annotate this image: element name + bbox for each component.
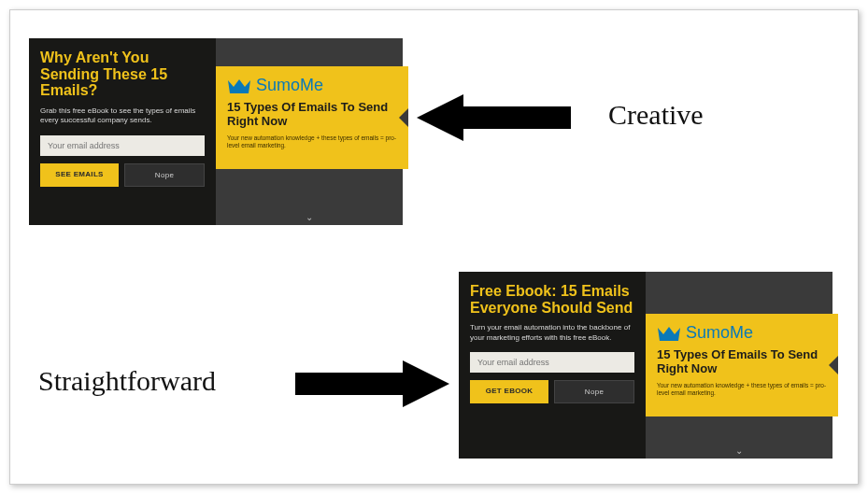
ribbon-sub: Your new automation knowledge + these ty… — [227, 134, 397, 150]
chevron-down-icon: ⌄ — [306, 212, 313, 222]
popup-straightforward: Free Ebook: 15 Emails Everyone Should Se… — [459, 272, 832, 459]
popup-creative: Why Aren't You Sending These 15 Emails? … — [29, 38, 403, 225]
arrow-left-icon — [417, 90, 571, 146]
email-input[interactable] — [470, 352, 634, 373]
ribbon: SumoMe 15 Types Of Emails To Send Right … — [216, 66, 408, 169]
label-straightforward: Straightforward — [38, 365, 216, 397]
email-input[interactable] — [40, 135, 205, 156]
ribbon: SumoMe 15 Types Of Emails To Send Right … — [646, 314, 838, 416]
logo-text: SumoMe — [686, 323, 753, 343]
logo-text: SumoMe — [256, 76, 323, 95]
secondary-button[interactable]: Nope — [124, 163, 205, 187]
svg-marker-0 — [417, 94, 571, 141]
crown-icon — [227, 78, 251, 94]
label-creative: Creative — [608, 99, 704, 131]
logo: SumoMe — [227, 76, 397, 95]
popup-right-panel: SumoMe 15 Types Of Emails To Send Right … — [216, 38, 403, 225]
arrow-right-icon — [295, 356, 449, 412]
logo: SumoMe — [657, 323, 827, 343]
popup-right-panel: SumoMe 15 Types Of Emails To Send Right … — [646, 272, 832, 459]
ribbon-title: 15 Types Of Emails To Send Right Now — [657, 348, 827, 376]
popup-left-panel: Why Aren't You Sending These 15 Emails? … — [29, 38, 216, 225]
ribbon-sub: Your new automation knowledge + these ty… — [657, 382, 827, 398]
headline: Free Ebook: 15 Emails Everyone Should Se… — [470, 283, 634, 316]
primary-button[interactable]: GET EBOOK — [470, 380, 548, 403]
headline: Why Aren't You Sending These 15 Emails? — [40, 49, 205, 99]
popup-left-panel: Free Ebook: 15 Emails Everyone Should Se… — [459, 272, 646, 459]
document-frame: Why Aren't You Sending These 15 Emails? … — [9, 9, 859, 485]
secondary-button[interactable]: Nope — [554, 380, 634, 403]
subtext: Turn your email automation into the back… — [470, 323, 634, 343]
button-row: GET EBOOK Nope — [470, 380, 634, 403]
ribbon-title: 15 Types Of Emails To Send Right Now — [227, 101, 397, 129]
svg-marker-1 — [295, 360, 449, 407]
button-row: SEE EMAILS Nope — [40, 163, 205, 187]
chevron-down-icon: ⌄ — [735, 445, 743, 456]
subtext: Grab this free eBook to see the types of… — [40, 106, 205, 126]
primary-button[interactable]: SEE EMAILS — [40, 163, 119, 187]
crown-icon — [657, 325, 681, 342]
